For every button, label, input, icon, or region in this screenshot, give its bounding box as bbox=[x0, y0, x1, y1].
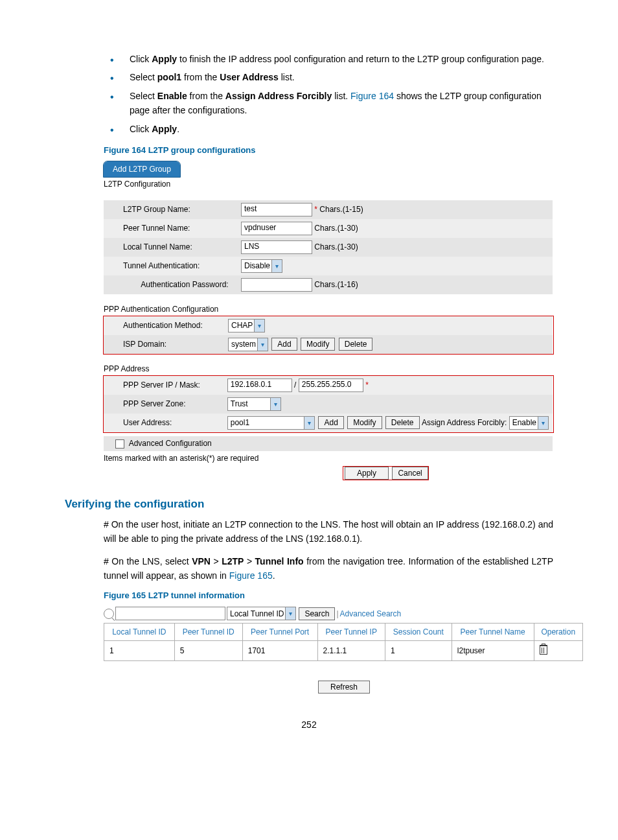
figure165: Local Tunnel ID▾ Search | Advanced Searc… bbox=[104, 607, 583, 694]
group-name-label: L2TP Group Name: bbox=[104, 200, 237, 219]
chevron-down-icon: ▾ bbox=[304, 417, 314, 429]
chevron-down-icon: ▾ bbox=[285, 607, 295, 620]
refresh-button[interactable]: Refresh bbox=[318, 681, 370, 694]
col-local-tunnel-id[interactable]: Local Tunnel ID bbox=[104, 624, 175, 641]
chevron-down-icon: ▾ bbox=[538, 417, 548, 429]
section-ppp-address: PPP Address bbox=[104, 362, 553, 376]
chevron-down-icon: ▾ bbox=[271, 260, 282, 272]
auth-method-select[interactable]: CHAP▾ bbox=[228, 319, 265, 332]
group-name-input[interactable]: test bbox=[241, 203, 312, 216]
assign-forcibly-label: Assign Address Forcibly: bbox=[422, 418, 507, 427]
apply-button[interactable]: Apply bbox=[345, 467, 389, 480]
list-item: Click Apply to finish the IP address poo… bbox=[104, 52, 553, 66]
user-address-label: User Address: bbox=[104, 414, 223, 432]
user-address-select[interactable]: pool1▾ bbox=[227, 416, 315, 430]
isp-add-button[interactable]: Add bbox=[271, 338, 297, 351]
server-ip-input[interactable]: 192.168.0.1 bbox=[227, 379, 292, 392]
chevron-down-icon: ▾ bbox=[257, 338, 268, 351]
col-operation: Operation bbox=[534, 624, 583, 641]
assign-forcibly-select[interactable]: Enable▾ bbox=[509, 416, 549, 430]
col-peer-tunnel-port[interactable]: Peer Tunnel Port bbox=[242, 624, 317, 641]
col-peer-tunnel-id[interactable]: Peer Tunnel ID bbox=[174, 624, 242, 641]
chevron-down-icon: ▾ bbox=[254, 320, 264, 332]
isp-domain-label: ISP Domain: bbox=[104, 335, 224, 354]
col-session-count[interactable]: Session Count bbox=[385, 624, 452, 641]
figure164-caption: Figure 164 L2TP group configurations bbox=[104, 145, 553, 155]
chevron-down-icon: ▾ bbox=[270, 398, 280, 410]
isp-modify-button[interactable]: Modify bbox=[301, 338, 335, 351]
verify-p2: # On the LNS, select VPN > L2TP > Tunnel… bbox=[104, 554, 553, 583]
server-zone-select[interactable]: Trust▾ bbox=[227, 397, 281, 411]
link-figure164[interactable]: Figure 164 bbox=[350, 91, 394, 101]
col-peer-tunnel-name[interactable]: Peer Tunnel Name bbox=[452, 624, 534, 641]
delete-icon[interactable] bbox=[540, 645, 547, 655]
advanced-config-checkbox[interactable] bbox=[115, 439, 124, 449]
page-number: 252 bbox=[65, 719, 553, 730]
figure165-caption: Figure 165 L2TP tunnel information bbox=[104, 590, 553, 600]
link-figure165[interactable]: Figure 165 bbox=[229, 570, 273, 581]
auth-method-label: Authentication Method: bbox=[104, 316, 224, 335]
ppp-auth-table: Authentication Method: CHAP▾ ISP Domain:… bbox=[104, 316, 553, 354]
advanced-search-link[interactable]: Advanced Search bbox=[340, 609, 402, 618]
col-peer-tunnel-ip[interactable]: Peer Tunnel IP bbox=[317, 624, 385, 641]
local-tunnel-label: Local Tunnel Name: bbox=[104, 238, 237, 257]
verifying-heading: Verifying the configuration bbox=[65, 498, 553, 511]
isp-domain-select[interactable]: system▾ bbox=[228, 338, 268, 351]
section-l2tp-config: L2TP Configuration bbox=[104, 177, 553, 191]
instruction-list: Click Apply to finish the IP address poo… bbox=[104, 52, 553, 136]
useraddr-modify-button[interactable]: Modify bbox=[347, 416, 382, 429]
auth-pw-input[interactable] bbox=[241, 278, 312, 292]
search-button[interactable]: Search bbox=[299, 607, 335, 620]
section-ppp-auth: PPP Authentication Configuration bbox=[104, 302, 553, 316]
local-tunnel-input[interactable]: LNS bbox=[241, 240, 312, 254]
server-mask-input[interactable]: 255.255.255.0 bbox=[299, 379, 363, 392]
server-ip-label: PPP Server IP / Mask: bbox=[104, 376, 223, 395]
auth-pw-label: Authentication Password: bbox=[104, 275, 237, 294]
isp-delete-button[interactable]: Delete bbox=[339, 338, 373, 351]
advanced-config-label: Advanced Configuration bbox=[129, 439, 212, 448]
useraddr-add-button[interactable]: Add bbox=[318, 416, 343, 429]
table-row: 1 5 1701 2.1.1.1 1 l2tpuser bbox=[104, 641, 583, 661]
search-field-select[interactable]: Local Tunnel ID▾ bbox=[227, 607, 296, 620]
figure164: Add L2TP Group L2TP Configuration L2TP G… bbox=[104, 161, 553, 480]
ppp-address-table: PPP Server IP / Mask: 192.168.0.1 / 255.… bbox=[104, 376, 553, 432]
verify-p1: # On the user host, initiate an L2TP con… bbox=[104, 517, 553, 546]
tunnel-auth-select[interactable]: Disable▾ bbox=[241, 259, 282, 273]
search-icon bbox=[104, 609, 114, 619]
tunnel-info-table: Local Tunnel ID Peer Tunnel ID Peer Tunn… bbox=[104, 623, 583, 661]
list-item: Select pool1 from the User Address list. bbox=[104, 70, 553, 84]
tunnel-auth-label: Tunnel Authentication: bbox=[104, 257, 237, 275]
useraddr-delete-button[interactable]: Delete bbox=[385, 416, 420, 429]
peer-tunnel-input[interactable]: vpdnuser bbox=[241, 222, 312, 235]
cancel-button[interactable]: Cancel bbox=[392, 467, 428, 480]
list-item: Select Enable from the Assign Address Fo… bbox=[104, 89, 553, 118]
required-footnote: Items marked with an asterisk(*) are req… bbox=[104, 454, 553, 463]
list-item: Click Apply. bbox=[104, 122, 553, 136]
tab-add-l2tp-group[interactable]: Add L2TP Group bbox=[104, 161, 180, 177]
l2tp-config-table: L2TP Group Name: test * Chars.(1-15) Pee… bbox=[104, 200, 553, 294]
server-zone-label: PPP Server Zone: bbox=[104, 395, 223, 414]
peer-tunnel-label: Peer Tunnel Name: bbox=[104, 219, 237, 238]
